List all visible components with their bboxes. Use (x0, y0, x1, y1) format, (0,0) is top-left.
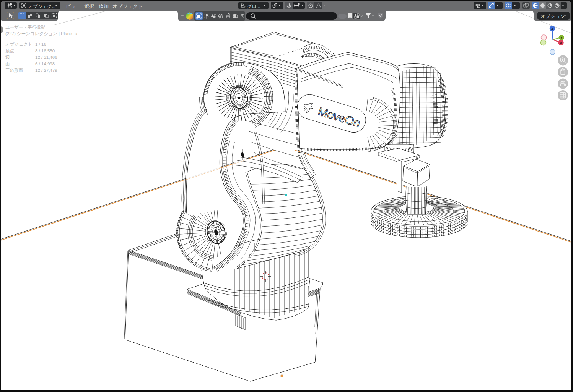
svg-text:8 / 16,550: 8 / 16,550 (35, 49, 55, 53)
svg-text:1 / 16: 1 / 16 (35, 42, 46, 47)
svg-text:面: 面 (5, 62, 10, 66)
svg-text:三角形面: 三角形面 (5, 68, 23, 73)
svg-text:X: X (560, 41, 562, 45)
svg-text:ユーザー・平行投影: ユーザー・平行投影 (5, 25, 46, 29)
svg-text:(227) シーンコレクション | Plane_u: (227) シーンコレクション | Plane_u (5, 31, 77, 36)
svg-text:Y: Y (560, 36, 563, 40)
svg-text:辺: 辺 (5, 55, 10, 60)
svg-text:Z: Z (551, 27, 553, 31)
svg-text:オブジェクト: オブジェクト (5, 42, 33, 47)
svg-text:頂点: 頂点 (5, 49, 14, 53)
svg-text:12 / 27,479: 12 / 27,479 (35, 68, 57, 73)
svg-text:6 / 14,998: 6 / 14,998 (35, 62, 55, 66)
svg-text:12 / 31,466: 12 / 31,466 (35, 55, 57, 60)
